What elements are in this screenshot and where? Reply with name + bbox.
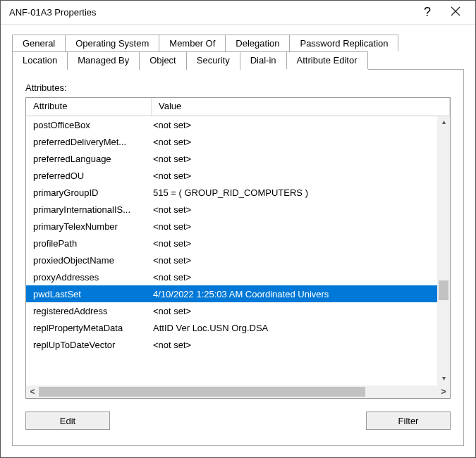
list-header: Attribute Value (26, 98, 450, 116)
vscroll-thumb[interactable] (439, 280, 448, 300)
attribute-name: proxiedObjectName (26, 255, 152, 266)
vertical-scrollbar[interactable]: ▴ ▾ (437, 116, 450, 385)
help-button[interactable]: ? (413, 5, 441, 20)
tab-general[interactable]: General (12, 35, 66, 51)
table-row[interactable]: replPropertyMetaData AttID Ver Loc.USN O… (26, 319, 450, 336)
table-row[interactable]: preferredOU<not set> (26, 167, 450, 184)
attribute-value: 515 = ( GROUP_RID_COMPUTERS ) (152, 187, 450, 198)
attribute-value: 4/10/2022 1:25:03 AM Coordinated Univers (152, 289, 450, 299)
attribute-value: <not set> (152, 272, 450, 283)
hscroll-thumb[interactable] (39, 387, 365, 397)
table-row[interactable]: postOfficeBox<not set> (26, 116, 450, 133)
table-row[interactable]: proxyAddresses<not set> (26, 268, 450, 285)
attribute-name: primaryTelexNumber (26, 221, 152, 232)
tab-row-2: Location Managed By Object Security Dial… (12, 51, 464, 70)
attribute-editor-panel: Attributes: Attribute Value postOfficeBo… (12, 69, 464, 446)
attribute-value: <not set> (152, 306, 450, 316)
attribute-value: <not set> (152, 204, 450, 215)
table-row[interactable]: primaryInternationalIS...<not set> (26, 201, 450, 218)
button-row: Edit Filter (25, 411, 451, 430)
tab-row-1: General Operating System Member Of Deleg… (12, 35, 464, 51)
attributes-listbox[interactable]: Attribute Value postOfficeBox<not set>pr… (25, 97, 451, 399)
attribute-value: <not set> (152, 120, 450, 130)
tab-password-replication[interactable]: Password Replication (289, 35, 398, 51)
attribute-name: postOfficeBox (26, 120, 152, 130)
attribute-name: replUpToDateVector (26, 340, 152, 350)
tab-delegation[interactable]: Delegation (225, 35, 290, 51)
properties-dialog: ANF-01A3 Properties ? General Operating … (0, 0, 476, 458)
window-title: ANF-01A3 Properties (9, 7, 413, 18)
attribute-name: preferredOU (26, 171, 152, 181)
attribute-value: <not set> (152, 137, 450, 147)
table-row[interactable]: primaryTelexNumber<not set> (26, 218, 450, 235)
attribute-name: primaryGroupID (26, 187, 152, 198)
attribute-name: preferredDeliveryMet... (26, 137, 152, 147)
dialog-content: General Operating System Member Of Deleg… (1, 25, 475, 457)
tab-object[interactable]: Object (139, 51, 187, 70)
hscroll-track[interactable] (39, 385, 437, 398)
close-button[interactable] (441, 6, 470, 18)
scroll-down-icon[interactable]: ▾ (437, 373, 450, 385)
tab-location[interactable]: Location (12, 51, 68, 70)
table-row[interactable]: proxiedObjectName<not set> (26, 252, 450, 268)
attribute-name: primaryInternationalIS... (26, 204, 152, 215)
column-header-attribute[interactable]: Attribute (26, 98, 152, 116)
attribute-value: <not set> (152, 340, 450, 350)
filter-button[interactable]: Filter (366, 411, 451, 430)
attribute-value: <not set> (152, 171, 450, 181)
scroll-left-icon[interactable]: < (26, 387, 39, 397)
table-row[interactable]: pwdLastSet4/10/2022 1:25:03 AM Coordinat… (26, 285, 450, 302)
attribute-value: AttID Ver Loc.USN Org.DSA (152, 323, 450, 333)
titlebar: ANF-01A3 Properties ? (1, 1, 475, 25)
tab-member-of[interactable]: Member Of (159, 35, 226, 51)
attribute-name: proxyAddresses (26, 272, 152, 283)
attribute-name: registeredAddress (26, 306, 152, 316)
attribute-value: <not set> (152, 221, 450, 232)
table-row[interactable]: preferredDeliveryMet...<not set> (26, 133, 450, 150)
attribute-name: pwdLastSet (26, 289, 152, 299)
attribute-name: preferredLanguage (26, 154, 152, 164)
list-body: postOfficeBox<not set>preferredDeliveryM… (26, 116, 450, 385)
edit-button[interactable]: Edit (25, 411, 110, 430)
table-row[interactable]: primaryGroupID515 = ( GROUP_RID_COMPUTER… (26, 184, 450, 201)
column-header-value[interactable]: Value (152, 98, 450, 116)
table-row[interactable]: registeredAddress<not set> (26, 302, 450, 319)
attribute-value: <not set> (152, 238, 450, 249)
tab-dial-in[interactable]: Dial-in (240, 51, 287, 70)
attribute-value: <not set> (152, 154, 450, 164)
tab-operating-system[interactable]: Operating System (65, 35, 159, 51)
attribute-name: replPropertyMetaData (26, 323, 152, 333)
tab-managed-by[interactable]: Managed By (67, 51, 140, 70)
close-icon (451, 6, 460, 16)
tab-attribute-editor[interactable]: Attribute Editor (286, 51, 368, 70)
table-row[interactable]: profilePath<not set> (26, 235, 450, 252)
table-row[interactable]: replUpToDateVector<not set> (26, 336, 450, 353)
scroll-right-icon[interactable]: > (437, 387, 450, 397)
scroll-up-icon[interactable]: ▴ (437, 116, 450, 129)
tab-security[interactable]: Security (186, 51, 240, 70)
horizontal-scrollbar[interactable]: < > (26, 385, 450, 398)
table-row[interactable]: preferredLanguage<not set> (26, 150, 450, 167)
vscroll-track[interactable] (437, 129, 450, 373)
attribute-value: <not set> (152, 255, 450, 266)
attribute-name: profilePath (26, 238, 152, 249)
attributes-label: Attributes: (25, 82, 451, 93)
